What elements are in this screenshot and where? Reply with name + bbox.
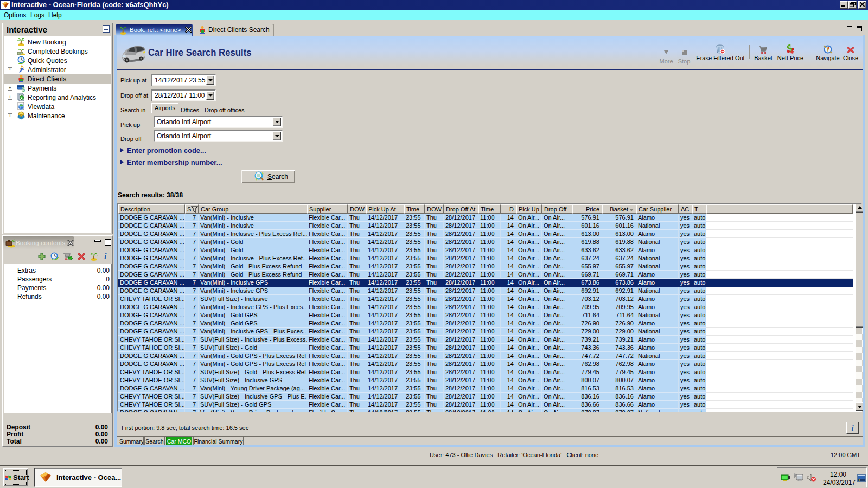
svg-text:$: $ bbox=[22, 86, 25, 92]
